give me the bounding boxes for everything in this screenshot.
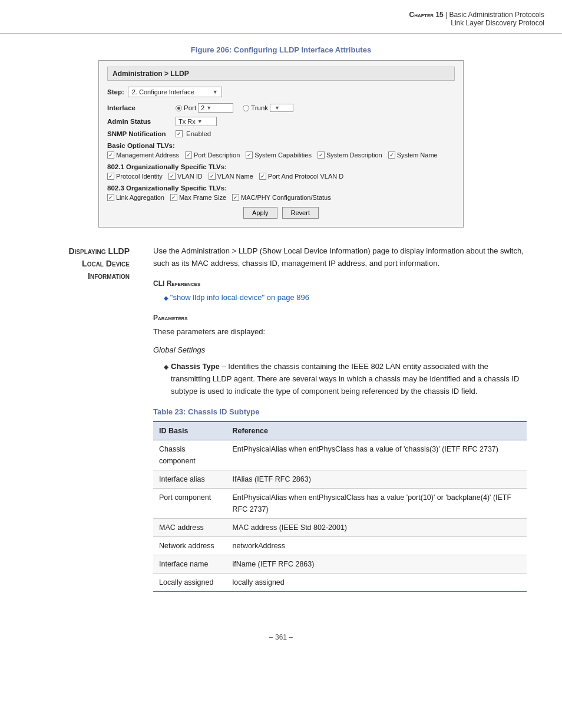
cell-id-basis: Interface name <box>153 555 227 573</box>
tlv-sys-desc-item[interactable]: System Description <box>318 151 382 159</box>
tlv-sys-cap-item[interactable]: System Capabilities <box>246 151 312 159</box>
cell-reference: EntPhysicalAlias when entPhysClass has a… <box>227 440 527 470</box>
step-row: Step: 2. Configure Interface ▼ <box>107 87 455 97</box>
port-radio-item[interactable]: Port 2 ▼ <box>176 103 233 113</box>
tlv-port-vlan-item[interactable]: Port And Protocol VLAN D <box>259 173 343 180</box>
step-select[interactable]: 2. Configure Interface ▼ <box>128 87 222 97</box>
global-settings-label: Global Settings <box>153 344 527 357</box>
parameters-heading: Parameters <box>153 312 527 324</box>
section-side-line1: Displaying LLDP <box>35 245 130 258</box>
cell-id-basis: Locally assigned <box>153 573 227 591</box>
basic-tlvs-label: Basic Optional TLVs: <box>107 142 455 149</box>
tlv-sys-cap-label: System Capabilities <box>254 151 312 159</box>
tlv-proto-id-checkbox[interactable] <box>107 173 114 180</box>
snmp-label: SNMP Notification <box>107 130 172 137</box>
tlv-port-desc-item[interactable]: Port Description <box>185 151 240 159</box>
tlv-sys-desc-checkbox[interactable] <box>318 151 325 159</box>
cell-reference: ifName (IETF RFC 2863) <box>227 555 527 573</box>
tlv-mac-phy-item[interactable]: MAC/PHY Configuration/Status <box>232 194 331 201</box>
tlv-sys-name-checkbox[interactable] <box>388 151 395 159</box>
cell-reference: EntPhysicalAlias when entPhysicalClass h… <box>227 488 527 518</box>
admin-status-arrow: ▼ <box>197 118 203 124</box>
tlv-mac-phy-checkbox[interactable] <box>232 194 239 201</box>
apply-button[interactable]: Apply <box>243 207 277 219</box>
tlv-sys-name-label: System Name <box>397 151 438 159</box>
trunk-radio-dot[interactable] <box>243 105 249 111</box>
tlv-mgmt-checkbox[interactable] <box>107 151 114 159</box>
tlv-port-desc-checkbox[interactable] <box>185 151 192 159</box>
tlv-max-frame-checkbox[interactable] <box>170 194 177 201</box>
tlv-vlan-id-label: VLAN ID <box>177 173 203 180</box>
trunk-radio-item[interactable]: Trunk ▼ <box>243 104 293 112</box>
port-radio-dot[interactable] <box>176 105 182 111</box>
col-id-basis: ID Basis <box>153 421 227 440</box>
trunk-select[interactable]: ▼ <box>270 104 293 112</box>
chapter-label: Chapter 15 <box>409 11 444 19</box>
interface-radio-group: Port 2 ▼ Trunk ▼ <box>176 103 293 113</box>
snmp-checkbox[interactable] <box>176 130 183 137</box>
org-8023-tlvs-row: Link Aggregation Max Frame Size MAC/PHY … <box>107 194 455 201</box>
cell-reference: networkAddress <box>227 536 527 555</box>
tlv-mac-phy-label: MAC/PHY Configuration/Status <box>241 194 331 201</box>
tlv-sys-name-item[interactable]: System Name <box>388 151 438 159</box>
table-row: Locally assignedlocally assigned <box>153 573 527 591</box>
tlv-proto-id-label: Protocol Identity <box>116 173 163 180</box>
tlv-link-agg-checkbox[interactable] <box>107 194 114 201</box>
tlv-sys-cap-checkbox[interactable] <box>246 151 253 159</box>
tlv-vlan-name-label: VLAN Name <box>217 173 253 180</box>
tlv-mgmt-item[interactable]: Management Address <box>107 151 179 159</box>
tlv-link-agg-label: Link Aggregation <box>116 194 164 201</box>
tlv-proto-id-item[interactable]: Protocol Identity <box>107 173 163 180</box>
cell-reference: locally assigned <box>227 573 527 591</box>
chassis-type-bullet: Chassis Type – Identifies the chassis co… <box>164 361 527 397</box>
figure-number: Figure 206: <box>191 45 232 54</box>
tlv-vlan-name-item[interactable]: VLAN Name <box>209 173 253 180</box>
revert-button[interactable]: Revert <box>282 207 319 219</box>
port-select-arrow: ▼ <box>206 105 211 111</box>
tlv-sys-desc-label: System Description <box>326 151 382 159</box>
admin-status-row: Admin Status Tx Rx ▼ <box>107 117 455 126</box>
tlv-max-frame-label: Max Frame Size <box>179 194 226 201</box>
tlv-vlan-name-checkbox[interactable] <box>209 173 216 180</box>
chassis-type-body: – Identifies the chassis containing the … <box>171 362 519 396</box>
table-row: Chassis componentEntPhysicalAlias when e… <box>153 440 527 470</box>
snmp-row: SNMP Notification Enabled <box>107 130 455 137</box>
header-title: Basic Administration Protocols <box>449 11 544 19</box>
button-row: Apply Revert <box>107 207 455 219</box>
admin-status-label: Admin Status <box>107 118 172 125</box>
cell-reference: MAC address (IEEE Std 802-2001) <box>227 518 527 536</box>
port-label: Port <box>184 104 196 111</box>
tlv-vlan-id-checkbox[interactable] <box>168 173 176 180</box>
figure-title: Configuring LLDP Interface Attributes <box>234 45 371 54</box>
cell-id-basis: Chassis component <box>153 440 227 470</box>
section-side-heading: Displaying LLDP Local Device Information <box>35 245 130 592</box>
trunk-select-arrow: ▼ <box>275 105 280 111</box>
admin-status-select[interactable]: Tx Rx ▼ <box>176 117 217 126</box>
tlv-max-frame-item[interactable]: Max Frame Size <box>170 194 226 201</box>
org-8021-tlvs-row: Protocol Identity VLAN ID VLAN Name Port… <box>107 173 455 180</box>
cell-id-basis: MAC address <box>153 518 227 536</box>
table-row: Interface nameifName (IETF RFC 2863) <box>153 555 527 573</box>
parameters-intro: These parameters are displayed: <box>153 326 527 338</box>
chassis-type-title: Chassis Type <box>171 362 220 371</box>
section-body-text: Use the Administration > LLDP (Show Loca… <box>153 245 527 270</box>
tlv-vlan-id-item[interactable]: VLAN ID <box>168 173 203 180</box>
col-reference: Reference <box>227 421 527 440</box>
cli-reference-link[interactable]: "show lldp info local-device" on page 89… <box>164 292 527 304</box>
table-header-row: ID Basis Reference <box>153 421 527 440</box>
step-select-arrow: ▼ <box>213 89 218 95</box>
page-header: Chapter 15 | Basic Administration Protoc… <box>0 0 562 34</box>
port-select[interactable]: 2 ▼ <box>198 103 233 113</box>
interface-label: Interface <box>107 104 172 111</box>
header-subtitle: Link Layer Discovery Protocol <box>0 19 544 27</box>
ui-title-bar: Administration > LLDP <box>107 67 455 81</box>
tlv-port-vlan-label: Port And Protocol VLAN D <box>268 173 343 180</box>
table-row: Interface aliasIfAlias (IETF RFC 2863) <box>153 470 527 488</box>
tlv-port-vlan-checkbox[interactable] <box>259 173 266 180</box>
tlv-mgmt-label: Management Address <box>116 151 179 159</box>
interface-row: Interface Port 2 ▼ Trunk ▼ <box>107 103 455 113</box>
tlv-link-agg-item[interactable]: Link Aggregation <box>107 194 164 201</box>
org-8023-label: 802.3 Organizationally Specific TLVs: <box>107 185 455 192</box>
page-footer: – 361 – <box>0 627 562 647</box>
cell-id-basis: Port component <box>153 488 227 518</box>
